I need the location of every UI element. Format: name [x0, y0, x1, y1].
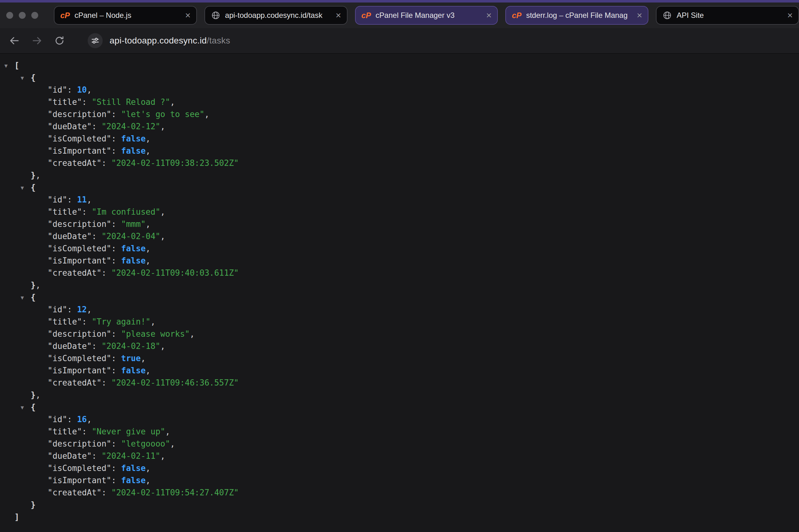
- json-key: ,: [36, 390, 41, 400]
- json-key: "dueDate":: [48, 451, 101, 461]
- reload-button[interactable]: [54, 35, 65, 46]
- json-line: "isImportant": false,: [0, 255, 799, 267]
- json-key: ,: [87, 305, 92, 314]
- tab-title: api-todoapp.codesync.id/task: [225, 11, 330, 20]
- address-bar[interactable]: api-todoapp.codesync.id/tasks: [110, 36, 230, 46]
- json-line: ▼{: [0, 182, 799, 194]
- json-punctuation: {: [31, 183, 36, 192]
- collapse-toggle-icon[interactable]: ▼: [4, 60, 7, 72]
- tab[interactable]: api-todoapp.codesync.id/task×: [204, 6, 348, 25]
- tabs-container: cPcPanel – Node.js×api-todoapp.codesync.…: [54, 6, 799, 25]
- json-key: ,: [160, 232, 165, 241]
- json-key: ,: [146, 463, 151, 473]
- tab-title: cPanel File Manager v3: [376, 11, 481, 20]
- back-button[interactable]: [9, 35, 20, 46]
- url-host: api-todoapp.codesync.id: [110, 36, 207, 45]
- globe-favicon-icon: [211, 11, 221, 20]
- json-boolean: false: [121, 244, 146, 253]
- tab-title: stderr.log – cPanel File Manag: [526, 11, 631, 20]
- json-line: "description": "mmm",: [0, 218, 799, 230]
- json-lines: ▼[▼{"id": 10,"title": "Still Reload ?","…: [0, 59, 799, 523]
- browser-window: cPcPanel – Node.js×api-todoapp.codesync.…: [0, 0, 799, 523]
- json-line: "isImportant": false,: [0, 474, 799, 487]
- tab-close-button[interactable]: ×: [334, 11, 342, 20]
- globe-favicon-icon: [662, 11, 672, 20]
- json-key: ,: [146, 256, 151, 265]
- json-string: "letgoooo": [121, 439, 170, 449]
- json-key: "description":: [48, 220, 121, 229]
- tab[interactable]: cPcPanel – Node.js×: [54, 6, 197, 25]
- json-string: "2024-02-11T09:38:23.502Z": [111, 158, 239, 168]
- json-string: "let's go to see": [121, 110, 204, 119]
- close-window-button[interactable]: [6, 12, 13, 19]
- json-line: "isImportant": false,: [0, 145, 799, 157]
- json-key: "dueDate":: [48, 341, 101, 351]
- json-line: "isCompleted": false,: [0, 462, 799, 474]
- json-punctuation: }: [31, 171, 36, 180]
- json-number: 10: [77, 85, 87, 95]
- json-key: "title":: [48, 207, 92, 216]
- json-key: "description":: [48, 439, 121, 449]
- tab[interactable]: cPcPanel File Manager v3×: [355, 6, 498, 25]
- json-line: },: [0, 389, 799, 401]
- json-line: }: [0, 499, 799, 511]
- json-key: ,: [146, 220, 151, 229]
- json-punctuation: [: [14, 61, 19, 70]
- json-key: "isImportant":: [48, 146, 121, 155]
- json-key: "isImportant":: [48, 256, 121, 265]
- forward-button[interactable]: [31, 35, 42, 46]
- json-string: "Im confiused": [92, 207, 160, 216]
- json-line: "createdAt": "2024-02-11T09:40:03.611Z": [0, 267, 799, 279]
- json-key: "title":: [48, 97, 92, 107]
- tab-close-button[interactable]: ×: [786, 11, 794, 20]
- cpanel-favicon-icon: cP: [361, 11, 371, 20]
- json-line: ]: [0, 511, 799, 523]
- collapse-toggle-icon[interactable]: ▼: [21, 182, 24, 194]
- zoom-window-button[interactable]: [31, 12, 38, 19]
- site-settings-button[interactable]: [88, 33, 103, 48]
- json-boolean: false: [121, 463, 146, 473]
- json-boolean: false: [121, 256, 146, 265]
- json-line: ▼{: [0, 291, 799, 304]
- json-key: "isCompleted":: [48, 244, 121, 253]
- json-boolean: false: [121, 366, 146, 375]
- json-key: "isImportant":: [48, 366, 121, 375]
- json-boolean: false: [121, 476, 146, 485]
- json-line: "title": "Im confiused",: [0, 206, 799, 218]
- collapse-toggle-icon[interactable]: ▼: [21, 72, 24, 84]
- tab-close-button[interactable]: ×: [635, 11, 644, 20]
- json-string: "please works": [121, 329, 190, 339]
- json-line: "description": "letgoooo",: [0, 438, 799, 450]
- json-line: "dueDate": "2024-02-04",: [0, 230, 799, 243]
- json-line: "id": 10,: [0, 84, 799, 96]
- json-line: "createdAt": "2024-02-11T09:54:27.407Z": [0, 487, 799, 499]
- tab[interactable]: API Site×: [656, 6, 799, 25]
- json-key: ,: [36, 171, 41, 180]
- json-line: "description": "let's go to see",: [0, 108, 799, 120]
- json-viewer: ▼[▼{"id": 10,"title": "Still Reload ?","…: [0, 54, 799, 523]
- json-key: ,: [160, 122, 165, 131]
- minimize-window-button[interactable]: [19, 12, 26, 19]
- json-punctuation: }: [31, 390, 36, 400]
- json-line: "createdAt": "2024-02-11T09:46:36.557Z": [0, 377, 799, 389]
- json-key: ,: [151, 317, 155, 326]
- json-key: ,: [160, 207, 165, 216]
- json-line: "isCompleted": true,: [0, 353, 799, 365]
- url-path: /tasks: [207, 36, 230, 45]
- cpanel-favicon-icon: cP: [60, 11, 70, 20]
- json-string: "2024-02-11": [101, 451, 160, 461]
- json-key: "title":: [48, 317, 92, 326]
- json-key: "isCompleted":: [48, 463, 121, 473]
- tab-close-button[interactable]: ×: [485, 11, 493, 20]
- json-punctuation: }: [31, 500, 36, 510]
- json-key: "title":: [48, 427, 92, 436]
- json-number: 12: [77, 305, 87, 314]
- json-key: "description":: [48, 329, 121, 339]
- tab[interactable]: cPstderr.log – cPanel File Manag×: [505, 6, 648, 25]
- collapse-toggle-icon[interactable]: ▼: [21, 292, 24, 304]
- json-key: ,: [141, 354, 146, 363]
- json-string: "2024-02-11T09:46:36.557Z": [111, 378, 239, 387]
- json-line: },: [0, 279, 799, 291]
- tab-close-button[interactable]: ×: [184, 11, 192, 20]
- collapse-toggle-icon[interactable]: ▼: [21, 401, 24, 414]
